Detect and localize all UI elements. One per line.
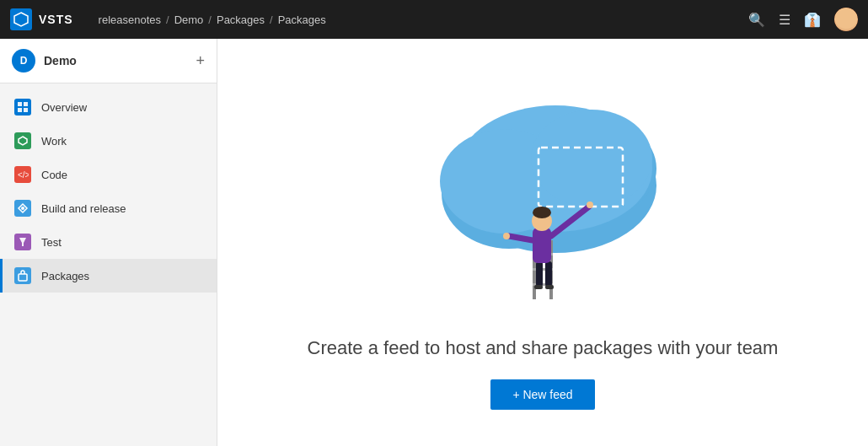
svg-point-8	[21, 207, 24, 210]
sidebar-item-work[interactable]: Work	[0, 124, 217, 158]
sidebar-item-test[interactable]: Test	[0, 225, 217, 259]
test-label: Test	[41, 236, 62, 249]
test-icon	[14, 234, 31, 250]
svg-rect-3	[24, 102, 28, 106]
svg-rect-5	[24, 108, 28, 112]
search-icon[interactable]: 🔍	[748, 12, 765, 28]
sidebar-item-packages[interactable]: Packages	[0, 259, 217, 293]
list-icon[interactable]: ☰	[779, 12, 790, 28]
new-feed-button[interactable]: + New feed	[490, 379, 594, 410]
project-header: D Demo +	[0, 39, 217, 83]
svg-rect-2	[18, 102, 22, 106]
breadcrumb-sep2: /	[208, 13, 212, 26]
svg-rect-25	[545, 285, 554, 289]
svg-rect-22	[536, 261, 543, 287]
main-layout: D Demo + Overview Work </> Co	[0, 39, 868, 446]
breadcrumb-releasenotes[interactable]: releasenotes	[99, 13, 161, 26]
add-project-button[interactable]: +	[196, 52, 205, 70]
sidebar: D Demo + Overview Work </> Co	[0, 39, 217, 446]
breadcrumb-demo[interactable]: Demo	[174, 13, 204, 26]
overview-icon	[14, 99, 31, 116]
logo-area[interactable]: VSTS	[10, 8, 73, 30]
sidebar-item-code[interactable]: </> Code	[0, 158, 217, 191]
svg-rect-9	[19, 274, 27, 281]
top-nav: VSTS releasenotes / Demo / Packages / Pa…	[0, 0, 868, 39]
svg-rect-26	[533, 228, 551, 263]
breadcrumb: releasenotes / Demo / Packages / Package…	[99, 13, 740, 26]
breadcrumb-sep1: /	[166, 13, 169, 26]
work-label: Work	[41, 135, 67, 148]
code-label: Code	[41, 169, 67, 181]
project-avatar: D	[12, 49, 35, 73]
sidebar-item-overview[interactable]: Overview	[0, 90, 217, 124]
svg-point-28	[533, 207, 551, 218]
illustration	[408, 76, 678, 312]
svg-line-31	[509, 236, 533, 240]
logo-icon	[10, 8, 32, 30]
build-icon	[14, 200, 31, 217]
svg-point-30	[587, 202, 593, 208]
overview-label: Overview	[41, 101, 87, 114]
svg-text:</>: </>	[18, 170, 29, 180]
svg-marker-6	[19, 137, 27, 145]
svg-rect-23	[545, 261, 552, 287]
packages-icon	[14, 267, 31, 284]
avatar[interactable]	[834, 8, 858, 31]
app-name: VSTS	[39, 13, 73, 26]
svg-rect-4	[18, 108, 22, 112]
nav-items: Overview Work </> Code Build and release	[0, 83, 217, 446]
packages-label: Packages	[41, 270, 89, 282]
svg-marker-1	[17, 15, 25, 24]
project-name: Demo	[44, 54, 196, 67]
briefcase-icon[interactable]: 👔	[804, 12, 821, 28]
avatar-face	[834, 8, 858, 31]
build-label: Build and release	[41, 202, 126, 215]
code-icon: </>	[14, 166, 31, 183]
nav-icons: 🔍 ☰ 👔	[748, 8, 858, 31]
sidebar-item-build[interactable]: Build and release	[0, 191, 217, 225]
work-icon	[14, 132, 31, 149]
main-content: Create a feed to host and share packages…	[217, 39, 868, 446]
svg-point-32	[503, 233, 510, 239]
svg-point-15	[531, 110, 652, 207]
svg-rect-24	[534, 285, 543, 289]
breadcrumb-packages1[interactable]: Packages	[217, 13, 265, 26]
tagline: Create a feed to host and share packages…	[308, 337, 779, 359]
breadcrumb-sep3: /	[270, 13, 273, 26]
breadcrumb-packages2[interactable]: Packages	[278, 13, 326, 26]
